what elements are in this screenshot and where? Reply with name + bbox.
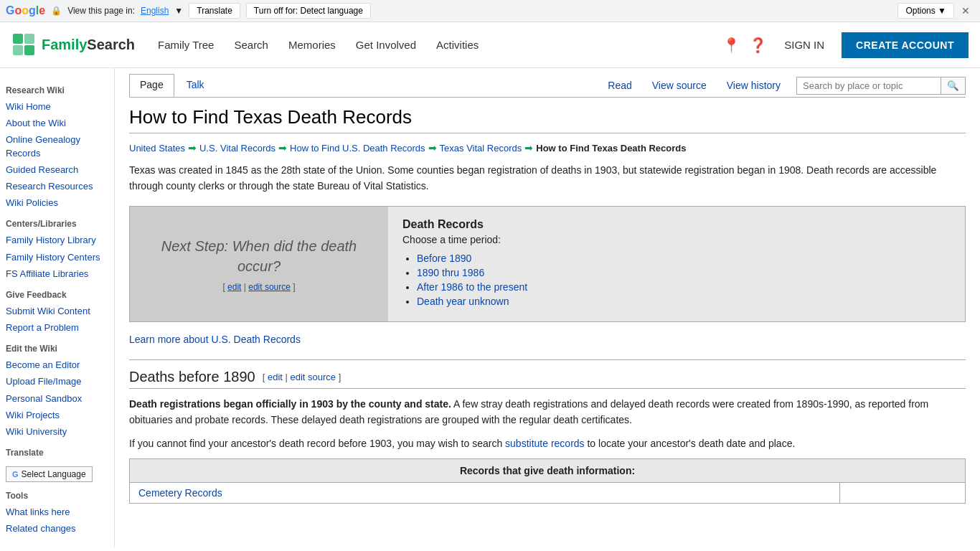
- breadcrumb-arrow-4: ➡: [524, 142, 533, 154]
- cemetery-records-link[interactable]: Cemetery Records: [138, 487, 222, 499]
- sidebar-item-online-genealogy[interactable]: Online Genealogy Records: [6, 133, 108, 160]
- search-input[interactable]: [797, 77, 941, 94]
- tab-talk[interactable]: Talk: [176, 74, 215, 97]
- search-icon: 🔍: [947, 80, 959, 91]
- page-layout: Research Wiki Wiki Home About the Wiki O…: [0, 68, 980, 547]
- tab-view-history[interactable]: View history: [717, 75, 791, 97]
- translate-bar: Google 🔒 View this page in: English▼ Tra…: [0, 0, 980, 22]
- header-right: 📍 ❓ SIGN IN CREATE ACCOUNT: [722, 32, 969, 58]
- options-button[interactable]: Options ▼: [897, 3, 954, 19]
- list-item: 1890 thru 1986: [417, 267, 951, 278]
- nav-memories[interactable]: Memories: [280, 33, 344, 57]
- help-icon[interactable]: ❓: [749, 37, 767, 54]
- sidebar-item-submit-wiki[interactable]: Submit Wiki Content: [6, 304, 108, 319]
- info-box-left-text: Next Step: When did the death occur?: [144, 236, 374, 276]
- turnoff-button[interactable]: Turn off for: Detect language: [246, 3, 371, 19]
- infobox-edit-source-link[interactable]: edit source: [248, 282, 291, 292]
- svg-rect-1: [24, 34, 34, 44]
- infobox-link-1[interactable]: 1890 thru 1986: [417, 267, 484, 278]
- tab-read[interactable]: Read: [598, 75, 641, 97]
- section1-text2: If you cannot find your ancestor's death…: [129, 435, 966, 451]
- sidebar-item-upload-file[interactable]: Upload File/Image: [6, 375, 108, 389]
- main-nav: Family Tree Search Memories Get Involved…: [149, 33, 487, 57]
- translate-close-button[interactable]: ✕: [957, 4, 974, 18]
- breadcrumb-how-to-find-us[interactable]: How to Find U.S. Death Records: [290, 143, 425, 154]
- sidebar-translate: G Select Language: [6, 466, 108, 482]
- section1-heading: Deaths before 1890 [ edit | edit source …: [129, 369, 966, 389]
- section1-edit-source-link[interactable]: edit source: [291, 372, 336, 382]
- translate-button[interactable]: Translate: [189, 3, 240, 19]
- sidebar-item-about-wiki[interactable]: About the Wiki: [6, 116, 108, 131]
- section1-text2-pre: If you cannot find your ancestor's death…: [129, 438, 505, 449]
- table-cell-empty: [840, 482, 966, 503]
- sidebar-item-research-resources[interactable]: Research Resources: [6, 179, 108, 194]
- translate-view-text: View this page in:: [67, 6, 135, 16]
- select-language-label: Select Language: [22, 469, 86, 479]
- sidebar-research-wiki-title: Research Wiki: [6, 85, 108, 95]
- nav-get-involved[interactable]: Get Involved: [347, 33, 425, 57]
- sidebar-item-wiki-policies[interactable]: Wiki Policies: [6, 196, 108, 210]
- infobox-links-list: Before 1890 1890 thru 1986 After 1986 to…: [402, 253, 951, 307]
- section1-text2-post: to locate your ancestor's death date and…: [585, 438, 796, 449]
- sidebar-item-related-changes[interactable]: Related changes: [6, 522, 108, 536]
- tab-page[interactable]: Page: [129, 74, 174, 97]
- svg-rect-0: [13, 34, 23, 44]
- sidebar-item-wiki-university[interactable]: Wiki University: [6, 425, 108, 439]
- location-icon[interactable]: 📍: [722, 37, 740, 54]
- nav-family-tree[interactable]: Family Tree: [149, 33, 222, 57]
- svg-rect-3: [24, 45, 34, 55]
- sidebar-item-guided-research[interactable]: Guided Research: [6, 163, 108, 177]
- breadcrumb-united-states[interactable]: United States: [129, 143, 185, 154]
- select-language-button[interactable]: G Select Language: [6, 466, 93, 482]
- svg-rect-2: [13, 45, 23, 55]
- search-box: 🔍: [796, 77, 966, 95]
- list-item: After 1986 to the present: [417, 281, 951, 293]
- article-intro: Texas was created in 1845 as the 28th st…: [129, 162, 966, 194]
- logo-link[interactable]: FamilySearch: [11, 32, 135, 58]
- familysearch-logo-icon: [11, 32, 37, 58]
- nav-search[interactable]: Search: [225, 33, 277, 57]
- sidebar-item-personal-sandbox[interactable]: Personal Sandbox: [6, 392, 108, 406]
- infobox-edit-link[interactable]: edit: [227, 282, 241, 292]
- main-header: FamilySearch Family Tree Search Memories…: [0, 22, 980, 68]
- infobox-link-2[interactable]: After 1986 to the present: [417, 281, 527, 293]
- tab-view-source[interactable]: View source: [642, 75, 717, 97]
- sidebar-tools-title: Tools: [6, 491, 108, 501]
- breadcrumb-texas-vital-records[interactable]: Texas Vital Records: [440, 143, 522, 154]
- info-box-edit-links: [ edit | edit source ]: [144, 282, 374, 292]
- sidebar-translate-title: Translate: [6, 448, 108, 458]
- sidebar-item-what-links[interactable]: What links here: [6, 505, 108, 519]
- sidebar-centers-title: Centers/Libraries: [6, 219, 108, 229]
- section1-edit-links: [ edit | edit source ]: [263, 372, 341, 382]
- nav-activities[interactable]: Activities: [428, 33, 487, 57]
- section1-bold-text: Death registrations began officially in …: [129, 398, 451, 410]
- sidebar-item-family-history-centers[interactable]: Family History Centers: [6, 250, 108, 265]
- sidebar-item-family-history-library[interactable]: Family History Library: [6, 233, 108, 248]
- options-area: Options ▼ ✕: [897, 3, 974, 19]
- info-box-right: Death Records Choose a time period: Befo…: [388, 207, 965, 321]
- translate-language-link[interactable]: English: [141, 6, 169, 16]
- breadcrumb: United States ➡ U.S. Vital Records ➡ How…: [129, 142, 966, 154]
- sidebar-item-wiki-projects[interactable]: Wiki Projects: [6, 408, 108, 423]
- breadcrumb-arrow-3: ➡: [428, 142, 437, 154]
- sidebar-item-wiki-home[interactable]: Wiki Home: [6, 100, 108, 114]
- google-logo: Google: [6, 4, 45, 17]
- learn-more-link[interactable]: Learn more about U.S. Death Records: [129, 334, 301, 345]
- sign-in-button[interactable]: SIGN IN: [776, 33, 833, 57]
- breadcrumb-arrow-1: ➡: [188, 142, 197, 154]
- create-account-button[interactable]: CREATE ACCOUNT: [842, 32, 969, 58]
- sidebar-item-fs-affiliate[interactable]: FS Affiliate Libraries: [6, 267, 108, 281]
- breadcrumb-current: How to Find Texas Death Records: [536, 143, 686, 154]
- sidebar-item-report-problem[interactable]: Report a Problem: [6, 321, 108, 335]
- records-table: Records that give death information: Cem…: [129, 458, 966, 504]
- breadcrumb-us-vital-records[interactable]: U.S. Vital Records: [199, 143, 275, 154]
- infobox-link-0[interactable]: Before 1890: [417, 253, 471, 264]
- infobox-link-3[interactable]: Death year unknown: [417, 296, 509, 307]
- sidebar-item-become-editor[interactable]: Become an Editor: [6, 358, 108, 372]
- sidebar: Research Wiki Wiki Home About the Wiki O…: [0, 68, 115, 547]
- substitute-records-link[interactable]: substitute records: [505, 438, 585, 449]
- infobox-right-title: Death Records: [402, 218, 951, 231]
- article-title: How to Find Texas Death Records: [129, 98, 966, 133]
- search-button[interactable]: 🔍: [941, 77, 965, 94]
- section1-edit-link[interactable]: edit: [268, 372, 283, 382]
